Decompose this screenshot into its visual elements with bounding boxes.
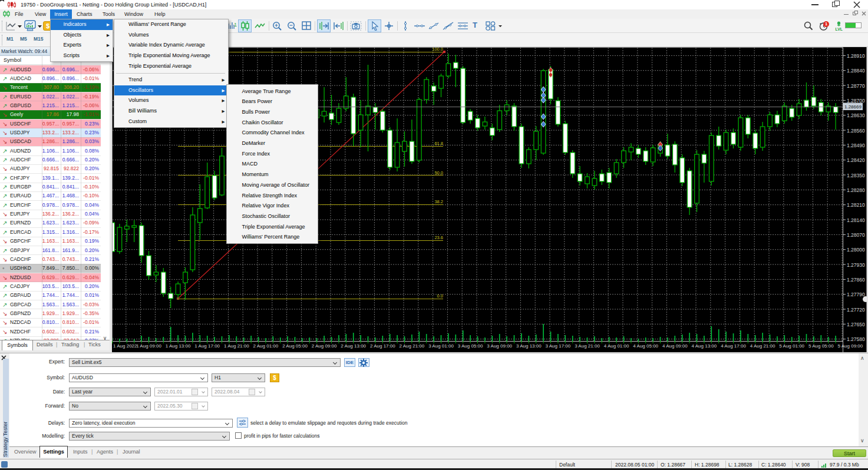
svg-text:5 Aug 05:00: 5 Aug 05:00: [808, 343, 834, 349]
svg-text:2 Aug 09:00: 2 Aug 09:00: [312, 343, 337, 349]
svg-text:3 Aug 01:00: 3 Aug 01:00: [428, 343, 454, 349]
svg-text:1.27860: 1.27860: [847, 277, 865, 283]
svg-text:1.28420: 1.28420: [847, 157, 865, 163]
svg-text:3 Aug 21:00: 3 Aug 21:00: [575, 343, 600, 349]
svg-text:1.27650: 1.27650: [847, 322, 865, 327]
svg-text:1.28140: 1.28140: [847, 217, 865, 223]
svg-text:38.2: 38.2: [434, 199, 443, 204]
svg-text:3 Aug 13:00: 3 Aug 13:00: [516, 343, 542, 349]
svg-text:2 Aug 17:00: 2 Aug 17:00: [370, 343, 395, 349]
svg-text:5 Aug 01:00: 5 Aug 01:00: [779, 343, 804, 349]
svg-text:61.8: 61.8: [434, 141, 443, 146]
svg-text:1.27580: 1.27580: [847, 336, 865, 342]
svg-text:4 Aug 09:00: 4 Aug 09:00: [662, 343, 688, 349]
svg-text:1 Aug 17:00: 1 Aug 17:00: [194, 343, 220, 349]
svg-text:LVL: LVL: [836, 27, 843, 31]
svg-text:1.27930: 1.27930: [847, 262, 865, 268]
svg-text:2 Aug 01:00: 2 Aug 01:00: [253, 343, 279, 349]
svg-text:50.0: 50.0: [434, 170, 443, 176]
svg-text:1.28560: 1.28560: [847, 128, 865, 134]
svg-text:2 Aug 05:00: 2 Aug 05:00: [282, 343, 308, 349]
svg-text:23.6: 23.6: [434, 235, 443, 240]
svg-text:4 Aug 21:00: 4 Aug 21:00: [750, 343, 775, 349]
svg-text:4 Aug 13:00: 4 Aug 13:00: [692, 343, 717, 349]
svg-text:3 Aug 05:00: 3 Aug 05:00: [458, 343, 483, 349]
svg-text:1.28350: 1.28350: [847, 173, 865, 178]
svg-text:1 Aug 21:00: 1 Aug 21:00: [224, 343, 249, 349]
svg-text:4 Aug 17:00: 4 Aug 17:00: [721, 343, 746, 349]
svg-text:1.27790: 1.27790: [847, 292, 865, 297]
svg-text:1 Aug 13:00: 1 Aug 13:00: [166, 343, 191, 349]
svg-text:1.28669: 1.28669: [844, 104, 862, 110]
svg-text:1.28630: 1.28630: [847, 112, 865, 118]
svg-text:3 Aug 09:00: 3 Aug 09:00: [487, 343, 512, 349]
svg-text:3 Aug 17:00: 3 Aug 17:00: [546, 343, 571, 349]
svg-text:4 Aug 05:00: 4 Aug 05:00: [633, 343, 658, 349]
svg-text:1.28280: 1.28280: [847, 187, 865, 193]
svg-text:1.28070: 1.28070: [847, 232, 865, 238]
svg-text:2 Aug 21:00: 2 Aug 21:00: [400, 343, 425, 349]
svg-text:1.28910: 1.28910: [847, 53, 865, 59]
svg-text:5 Aug 09:00: 5 Aug 09:00: [838, 343, 863, 349]
svg-text:1.28700: 1.28700: [847, 98, 865, 104]
svg-text:1 Aug 2022: 1 Aug 2022: [113, 343, 137, 349]
svg-text:2 Aug 13:00: 2 Aug 13:00: [341, 343, 366, 349]
svg-text:1.28490: 1.28490: [847, 143, 865, 148]
svg-text:100.0: 100.0: [432, 47, 443, 52]
svg-text:1.28210: 1.28210: [847, 202, 865, 208]
svg-text:1: 1: [234, 22, 237, 28]
svg-text:1.28770: 1.28770: [847, 83, 865, 89]
svg-text:1.27720: 1.27720: [847, 307, 865, 313]
svg-text:4 Aug 01:00: 4 Aug 01:00: [604, 343, 629, 349]
svg-text:1.28840: 1.28840: [847, 68, 865, 74]
svg-text:1.28000: 1.28000: [847, 247, 865, 253]
svg-text:1 Aug 09:00: 1 Aug 09:00: [136, 343, 161, 349]
svg-text:0.0: 0.0: [437, 293, 443, 299]
